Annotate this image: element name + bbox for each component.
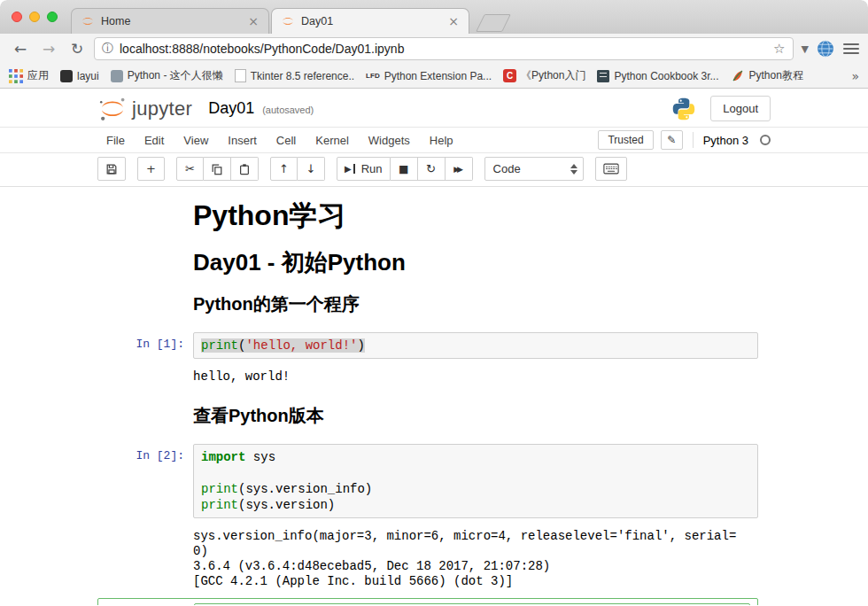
cell-type-value: Code [493,162,570,175]
paste-cell-button[interactable] [231,157,259,181]
copy-cell-button[interactable] [204,157,231,181]
back-icon[interactable]: ← [9,37,32,60]
keyboard-icon [603,163,619,175]
interrupt-kernel-button[interactable]: ■ [391,157,418,181]
python-gray-favicon [111,70,123,82]
output-prompt [97,366,193,385]
restart-icon: ↻ [426,162,436,175]
code-cell-2[interactable]: In [2]: import sys print(sys.version_inf… [97,444,758,518]
code-cell-1[interactable]: In [1]: print('hello, world!') [97,332,758,359]
window-zoom-button[interactable] [47,12,58,22]
new-tab-button[interactable] [476,14,511,32]
window-minimize-button[interactable] [29,12,40,22]
menu-insert[interactable]: Insert [218,134,267,147]
c-red-favicon: C [503,69,516,82]
url-text[interactable]: localhost:8888/notebooks/PythonCode/Day0… [120,42,767,56]
globe-extension-icon[interactable] [817,40,834,58]
trusted-badge[interactable]: Trusted [598,130,653,150]
tab-home[interactable]: Home × [71,8,269,34]
menu-widgets[interactable]: Widgets [359,134,420,147]
window-controls [12,12,58,22]
menu-kernel[interactable]: Kernel [306,134,359,147]
cell-type-select[interactable]: Code [484,157,584,181]
jupyter-logo-icon[interactable] [97,97,128,121]
bookmark-tkinter-reference[interactable]: Tkinter 8.5 reference.. [235,69,354,82]
kernel-name: Python 3 [703,134,748,147]
run-label: Run [361,162,383,175]
clipboard-paste-icon [238,163,251,175]
cell-prompt [97,250,193,282]
bookmark-python-extension[interactable]: LFD Python Extension Pa... [366,69,492,83]
url-bar[interactable]: ⓘ localhost:8888/notebooks/PythonCode/Da… [94,37,794,60]
browser-menu-icon[interactable] [843,43,859,54]
bookmark-python-tutorial[interactable]: Python教程 [731,68,803,83]
bookmarks-overflow-icon[interactable]: » [844,69,859,83]
menu-file[interactable]: File [97,134,135,147]
cell-prompt [97,199,193,250]
selected-code-cell[interactable]: In [ ]: [97,598,758,605]
code-input[interactable] [194,603,750,605]
feather-favicon [731,69,745,83]
layui-favicon [60,70,73,82]
jupyter-favicon [281,14,295,28]
bookmark-python-blog[interactable]: Python - 这个人很懒 [111,68,223,83]
kernel-idle-icon [760,135,771,145]
heading-first-program: Python的第一个程序 [193,294,758,315]
output-text: sys.version_info(major=3, minor=6, micro… [193,525,740,589]
bookmark-python-cookbook[interactable]: Python Cookbook 3r... [597,70,718,82]
forward-icon[interactable]: → [37,37,60,60]
markdown-cell[interactable]: Day01 - 初始Python [97,250,758,282]
menu-help[interactable]: Help [420,134,463,147]
site-info-icon[interactable]: ⓘ [102,41,113,57]
scissors-icon: ✂ [185,162,195,175]
restart-kernel-button[interactable]: ↻ [418,157,446,181]
bookmark-python-intro[interactable]: C 《Python入门 [503,68,585,83]
code-input[interactable]: import sys print(sys.version_info) print… [193,444,758,518]
save-button[interactable] [97,157,126,181]
plus-icon: + [146,162,156,175]
arrow-down-icon: ↓ [306,162,316,175]
divider [693,132,694,148]
close-tab-icon[interactable]: × [446,14,461,28]
arrow-up-icon: ↑ [279,162,289,175]
markdown-cell[interactable]: 查看Python版本 [97,393,758,444]
add-cell-button[interactable]: + [137,157,165,181]
lfd-favicon: LFD [366,69,380,83]
heading-day01: Day01 - 初始Python [193,250,758,276]
cut-cell-button[interactable]: ✂ [176,157,204,181]
cell-prompt [97,393,193,444]
pencil-icon[interactable]: ✎ [661,130,683,150]
markdown-cell[interactable]: Python的第一个程序 [97,282,758,332]
tab-day01[interactable]: Day01 × [271,8,469,34]
select-arrows-icon [570,164,577,175]
window-close-button[interactable] [12,12,22,22]
logout-button[interactable]: Logout [710,96,771,121]
cell-output-1: hello, world! [97,366,758,385]
markdown-cell[interactable]: Python学习 [97,199,758,250]
run-button[interactable]: ▶ Run [337,157,391,181]
restart-run-all-button[interactable]: ▶▶ [446,157,473,181]
notebook-title[interactable]: Day01 [208,99,254,118]
menu-view[interactable]: View [174,134,218,147]
download-arrow-icon[interactable]: ▼ [799,43,811,55]
close-tab-icon[interactable]: × [245,14,261,28]
bookmark-star-icon[interactable]: ☆ [773,41,785,57]
step-bar-icon [353,164,355,174]
book-grid-favicon [597,70,609,82]
notebook-area: Python学习 Day01 - 初始Python Python的第一个程序 I… [0,187,868,605]
output-text: hello, world! [193,366,290,385]
jupyter-header: jupyter Day01 (autosaved) Logout [0,89,868,127]
jupyter-logo-text[interactable]: jupyter [132,97,192,120]
command-palette-button[interactable] [595,157,627,181]
cell-prompt [97,282,193,332]
bookmark-apps[interactable]: 应用 [9,68,49,83]
move-cell-down-button[interactable]: ↓ [298,157,325,181]
move-cell-up-button[interactable]: ↑ [270,157,298,181]
input-prompt: In [ ]: [98,603,194,605]
bookmark-layui[interactable]: layui [60,70,99,82]
menu-cell[interactable]: Cell [267,134,306,147]
menu-edit[interactable]: Edit [135,134,174,147]
reload-icon[interactable]: ↻ [66,37,89,60]
autosave-status: (autosaved) [262,105,314,115]
code-input[interactable]: print('hello, world!') [193,332,758,359]
